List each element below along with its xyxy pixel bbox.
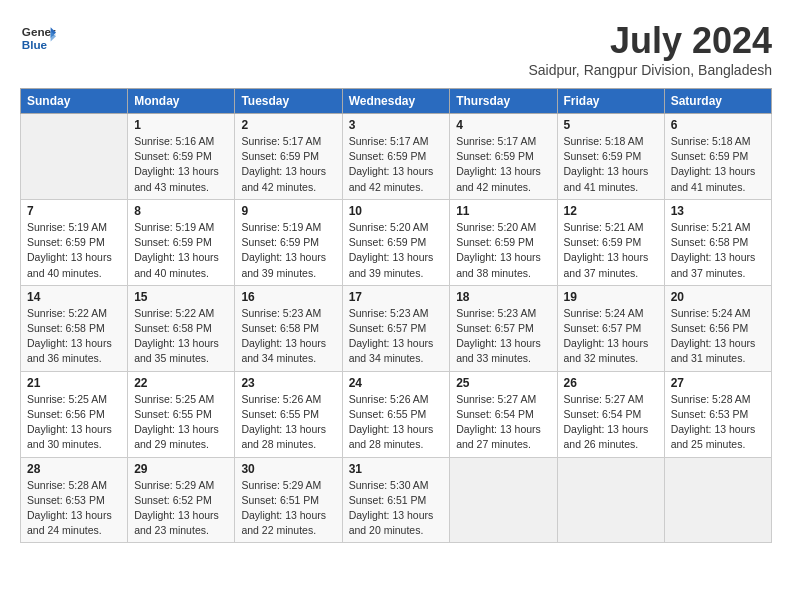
calendar-cell bbox=[664, 457, 771, 543]
day-number: 24 bbox=[349, 376, 444, 390]
calendar-table: SundayMondayTuesdayWednesdayThursdayFrid… bbox=[20, 88, 772, 543]
day-info: Sunrise: 5:17 AM Sunset: 6:59 PM Dayligh… bbox=[349, 134, 444, 195]
day-number: 17 bbox=[349, 290, 444, 304]
calendar-cell: 7Sunrise: 5:19 AM Sunset: 6:59 PM Daylig… bbox=[21, 199, 128, 285]
day-info: Sunrise: 5:24 AM Sunset: 6:56 PM Dayligh… bbox=[671, 306, 765, 367]
calendar-cell: 30Sunrise: 5:29 AM Sunset: 6:51 PM Dayli… bbox=[235, 457, 342, 543]
day-info: Sunrise: 5:23 AM Sunset: 6:58 PM Dayligh… bbox=[241, 306, 335, 367]
calendar-cell bbox=[557, 457, 664, 543]
col-header-wednesday: Wednesday bbox=[342, 89, 450, 114]
calendar-cell: 2Sunrise: 5:17 AM Sunset: 6:59 PM Daylig… bbox=[235, 114, 342, 200]
calendar-cell: 26Sunrise: 5:27 AM Sunset: 6:54 PM Dayli… bbox=[557, 371, 664, 457]
calendar-cell: 21Sunrise: 5:25 AM Sunset: 6:56 PM Dayli… bbox=[21, 371, 128, 457]
day-number: 23 bbox=[241, 376, 335, 390]
logo-icon: General Blue bbox=[20, 20, 56, 56]
day-number: 29 bbox=[134, 462, 228, 476]
col-header-monday: Monday bbox=[128, 89, 235, 114]
calendar-cell: 22Sunrise: 5:25 AM Sunset: 6:55 PM Dayli… bbox=[128, 371, 235, 457]
calendar-cell: 27Sunrise: 5:28 AM Sunset: 6:53 PM Dayli… bbox=[664, 371, 771, 457]
week-row-4: 21Sunrise: 5:25 AM Sunset: 6:56 PM Dayli… bbox=[21, 371, 772, 457]
day-number: 8 bbox=[134, 204, 228, 218]
day-info: Sunrise: 5:19 AM Sunset: 6:59 PM Dayligh… bbox=[134, 220, 228, 281]
calendar-cell bbox=[21, 114, 128, 200]
day-info: Sunrise: 5:30 AM Sunset: 6:51 PM Dayligh… bbox=[349, 478, 444, 539]
day-number: 10 bbox=[349, 204, 444, 218]
day-info: Sunrise: 5:18 AM Sunset: 6:59 PM Dayligh… bbox=[564, 134, 658, 195]
calendar-cell: 16Sunrise: 5:23 AM Sunset: 6:58 PM Dayli… bbox=[235, 285, 342, 371]
calendar-header-row: SundayMondayTuesdayWednesdayThursdayFrid… bbox=[21, 89, 772, 114]
day-number: 2 bbox=[241, 118, 335, 132]
day-number: 22 bbox=[134, 376, 228, 390]
calendar-cell: 9Sunrise: 5:19 AM Sunset: 6:59 PM Daylig… bbox=[235, 199, 342, 285]
day-number: 16 bbox=[241, 290, 335, 304]
day-number: 15 bbox=[134, 290, 228, 304]
day-number: 11 bbox=[456, 204, 550, 218]
day-number: 13 bbox=[671, 204, 765, 218]
calendar-cell: 24Sunrise: 5:26 AM Sunset: 6:55 PM Dayli… bbox=[342, 371, 450, 457]
calendar-cell: 15Sunrise: 5:22 AM Sunset: 6:58 PM Dayli… bbox=[128, 285, 235, 371]
day-number: 26 bbox=[564, 376, 658, 390]
day-info: Sunrise: 5:21 AM Sunset: 6:58 PM Dayligh… bbox=[671, 220, 765, 281]
week-row-5: 28Sunrise: 5:28 AM Sunset: 6:53 PM Dayli… bbox=[21, 457, 772, 543]
title-section: July 2024 Saidpur, Rangpur Division, Ban… bbox=[528, 20, 772, 78]
calendar-cell: 31Sunrise: 5:30 AM Sunset: 6:51 PM Dayli… bbox=[342, 457, 450, 543]
calendar-cell: 14Sunrise: 5:22 AM Sunset: 6:58 PM Dayli… bbox=[21, 285, 128, 371]
calendar-cell: 17Sunrise: 5:23 AM Sunset: 6:57 PM Dayli… bbox=[342, 285, 450, 371]
calendar-cell: 3Sunrise: 5:17 AM Sunset: 6:59 PM Daylig… bbox=[342, 114, 450, 200]
day-info: Sunrise: 5:16 AM Sunset: 6:59 PM Dayligh… bbox=[134, 134, 228, 195]
calendar-cell: 23Sunrise: 5:26 AM Sunset: 6:55 PM Dayli… bbox=[235, 371, 342, 457]
calendar-cell: 28Sunrise: 5:28 AM Sunset: 6:53 PM Dayli… bbox=[21, 457, 128, 543]
day-number: 12 bbox=[564, 204, 658, 218]
calendar-cell: 20Sunrise: 5:24 AM Sunset: 6:56 PM Dayli… bbox=[664, 285, 771, 371]
day-info: Sunrise: 5:19 AM Sunset: 6:59 PM Dayligh… bbox=[27, 220, 121, 281]
week-row-2: 7Sunrise: 5:19 AM Sunset: 6:59 PM Daylig… bbox=[21, 199, 772, 285]
calendar-cell: 10Sunrise: 5:20 AM Sunset: 6:59 PM Dayli… bbox=[342, 199, 450, 285]
svg-text:Blue: Blue bbox=[22, 38, 48, 51]
day-number: 21 bbox=[27, 376, 121, 390]
day-info: Sunrise: 5:29 AM Sunset: 6:52 PM Dayligh… bbox=[134, 478, 228, 539]
col-header-tuesday: Tuesday bbox=[235, 89, 342, 114]
day-number: 5 bbox=[564, 118, 658, 132]
day-number: 20 bbox=[671, 290, 765, 304]
page-header: General Blue July 2024 Saidpur, Rangpur … bbox=[20, 20, 772, 78]
day-info: Sunrise: 5:22 AM Sunset: 6:58 PM Dayligh… bbox=[134, 306, 228, 367]
calendar-cell: 5Sunrise: 5:18 AM Sunset: 6:59 PM Daylig… bbox=[557, 114, 664, 200]
col-header-sunday: Sunday bbox=[21, 89, 128, 114]
calendar-cell: 29Sunrise: 5:29 AM Sunset: 6:52 PM Dayli… bbox=[128, 457, 235, 543]
day-info: Sunrise: 5:25 AM Sunset: 6:56 PM Dayligh… bbox=[27, 392, 121, 453]
day-number: 6 bbox=[671, 118, 765, 132]
week-row-3: 14Sunrise: 5:22 AM Sunset: 6:58 PM Dayli… bbox=[21, 285, 772, 371]
day-info: Sunrise: 5:29 AM Sunset: 6:51 PM Dayligh… bbox=[241, 478, 335, 539]
day-number: 30 bbox=[241, 462, 335, 476]
day-info: Sunrise: 5:28 AM Sunset: 6:53 PM Dayligh… bbox=[27, 478, 121, 539]
calendar-cell: 25Sunrise: 5:27 AM Sunset: 6:54 PM Dayli… bbox=[450, 371, 557, 457]
calendar-cell: 8Sunrise: 5:19 AM Sunset: 6:59 PM Daylig… bbox=[128, 199, 235, 285]
day-info: Sunrise: 5:25 AM Sunset: 6:55 PM Dayligh… bbox=[134, 392, 228, 453]
day-info: Sunrise: 5:24 AM Sunset: 6:57 PM Dayligh… bbox=[564, 306, 658, 367]
day-info: Sunrise: 5:20 AM Sunset: 6:59 PM Dayligh… bbox=[349, 220, 444, 281]
calendar-cell: 6Sunrise: 5:18 AM Sunset: 6:59 PM Daylig… bbox=[664, 114, 771, 200]
day-number: 4 bbox=[456, 118, 550, 132]
day-number: 9 bbox=[241, 204, 335, 218]
calendar-body: 1Sunrise: 5:16 AM Sunset: 6:59 PM Daylig… bbox=[21, 114, 772, 543]
day-number: 1 bbox=[134, 118, 228, 132]
day-number: 7 bbox=[27, 204, 121, 218]
location-subtitle: Saidpur, Rangpur Division, Bangladesh bbox=[528, 62, 772, 78]
day-number: 19 bbox=[564, 290, 658, 304]
day-info: Sunrise: 5:21 AM Sunset: 6:59 PM Dayligh… bbox=[564, 220, 658, 281]
calendar-cell: 19Sunrise: 5:24 AM Sunset: 6:57 PM Dayli… bbox=[557, 285, 664, 371]
calendar-cell: 4Sunrise: 5:17 AM Sunset: 6:59 PM Daylig… bbox=[450, 114, 557, 200]
calendar-cell: 1Sunrise: 5:16 AM Sunset: 6:59 PM Daylig… bbox=[128, 114, 235, 200]
col-header-thursday: Thursday bbox=[450, 89, 557, 114]
day-info: Sunrise: 5:20 AM Sunset: 6:59 PM Dayligh… bbox=[456, 220, 550, 281]
col-header-saturday: Saturday bbox=[664, 89, 771, 114]
col-header-friday: Friday bbox=[557, 89, 664, 114]
day-info: Sunrise: 5:17 AM Sunset: 6:59 PM Dayligh… bbox=[456, 134, 550, 195]
week-row-1: 1Sunrise: 5:16 AM Sunset: 6:59 PM Daylig… bbox=[21, 114, 772, 200]
day-info: Sunrise: 5:23 AM Sunset: 6:57 PM Dayligh… bbox=[349, 306, 444, 367]
calendar-cell bbox=[450, 457, 557, 543]
day-number: 14 bbox=[27, 290, 121, 304]
day-info: Sunrise: 5:26 AM Sunset: 6:55 PM Dayligh… bbox=[349, 392, 444, 453]
day-info: Sunrise: 5:28 AM Sunset: 6:53 PM Dayligh… bbox=[671, 392, 765, 453]
logo: General Blue bbox=[20, 20, 56, 56]
